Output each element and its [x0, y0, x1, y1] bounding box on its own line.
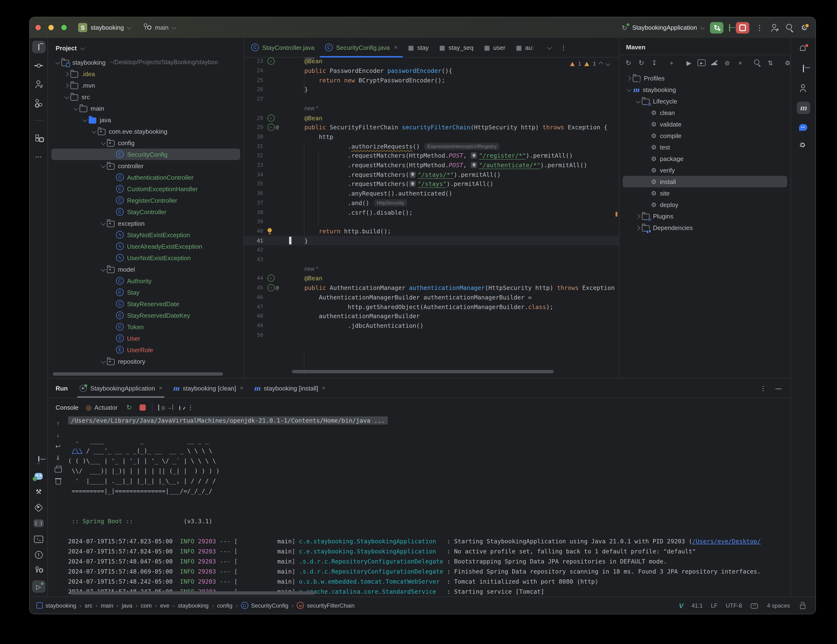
maven-tree-item[interactable]: ⚙validate — [623, 118, 787, 130]
tree-chevron[interactable] — [99, 360, 107, 363]
more-actions-button[interactable]: ⋮ — [755, 23, 764, 32]
project-tree-item[interactable]: model — [51, 264, 240, 275]
add-user-button[interactable]: + — [770, 23, 779, 32]
scrollend-icon[interactable]: ⇓ — [54, 454, 62, 461]
project-tree-item[interactable]: CCustomExceptionHandler — [51, 183, 240, 195]
project-tree-item[interactable]: CStayReservedDate — [51, 298, 240, 310]
line-number[interactable]: 46 — [244, 294, 265, 300]
tool-strip-item-more[interactable]: ⋯ — [32, 151, 45, 163]
line-number[interactable]: 32 — [244, 152, 265, 159]
updown-icon[interactable]: ⇅ — [766, 59, 775, 67]
close-tab-icon[interactable]: × — [322, 385, 325, 392]
tool-strip-item-maven[interactable]: m — [796, 102, 810, 114]
maven-tree-item[interactable]: ⚙install — [623, 176, 787, 187]
maven-tree-item[interactable]: ⚙deploy — [623, 199, 787, 210]
maven-tree-item[interactable]: mstaybooking — [623, 84, 787, 95]
kebab-icon[interactable]: ⋮ — [759, 384, 768, 392]
kebab-icon[interactable]: ⋮ — [186, 403, 195, 411]
vcs-branch-widget[interactable]: main — [143, 23, 175, 32]
tool-strip-item-people-chat[interactable] — [796, 141, 810, 153]
chevron-down-icon[interactable] — [80, 46, 85, 50]
project-tree-item[interactable]: EUserRole — [51, 344, 240, 356]
tool-strip-item-terminal[interactable]: ›_ — [32, 533, 45, 545]
spring-bean-icon[interactable]: ← — [268, 124, 275, 131]
download-icon[interactable]: ↧ — [650, 59, 659, 67]
line-number[interactable]: 23 — [244, 58, 265, 64]
maven-tree-item[interactable]: Dependencies — [623, 222, 787, 233]
breadcrumb-item[interactable]: staybooking — [36, 602, 76, 609]
project-tree-item[interactable]: com.eve.staybooking — [51, 126, 240, 137]
breadcrumb-item[interactable]: staybooking — [178, 602, 208, 609]
run-tab[interactable]: mstaybooking [install]× — [249, 379, 330, 398]
project-tree-item[interactable]: .idea — [51, 68, 240, 80]
tool-strip-item-gopher[interactable] — [32, 470, 45, 482]
tree-chevron[interactable] — [625, 76, 633, 80]
ide-services-icon[interactable]: V — [679, 601, 684, 609]
sync-icon[interactable]: ↻ — [624, 59, 633, 67]
maven-tree-item[interactable]: Lifecycle — [623, 95, 787, 107]
tool-strip-item-structure[interactable] — [32, 132, 45, 144]
line-number[interactable]: 44 — [244, 275, 265, 282]
project-tree-item[interactable]: staybooking~/Desktop/Projects/StayBookin… — [51, 57, 240, 68]
line-number[interactable]: 38 — [244, 209, 265, 215]
breadcrumb-item[interactable]: eve — [160, 602, 169, 609]
minimize-icon[interactable]: — — [774, 384, 783, 392]
status-widget-utf-8[interactable]: UTF-8 — [726, 602, 742, 609]
tree-chevron[interactable] — [99, 164, 107, 167]
line-number[interactable]: 48 — [244, 313, 265, 319]
tree-chevron[interactable] — [634, 100, 642, 103]
project-tree-item[interactable]: java — [51, 114, 240, 126]
horizontal-scrollbar[interactable] — [53, 372, 223, 376]
project-tree-item[interactable]: CUser — [51, 333, 240, 344]
rerun-icon[interactable]: ↻ — [125, 403, 133, 411]
tool-strip-item-notifications[interactable] — [796, 43, 810, 55]
tree-chevron[interactable] — [71, 107, 80, 110]
console-horizontal-scrollbar[interactable] — [70, 591, 315, 595]
plus-icon[interactable]: + — [667, 59, 676, 67]
tree-chevron[interactable] — [634, 215, 642, 218]
reload-icon[interactable]: ↻ — [637, 59, 646, 67]
rerun-button[interactable]: ↻ — [710, 22, 724, 33]
editor-tab[interactable]: CSecurityConfig.java× — [320, 38, 403, 57]
settings-plain-icon[interactable]: ⚙ — [783, 59, 791, 67]
line-number[interactable]: 25 — [244, 77, 265, 83]
editor-horizontal-scrollbar[interactable] — [292, 370, 554, 373]
tab-actuator[interactable]: ◎ Actuator — [85, 403, 117, 411]
breadcrumb-item[interactable]: src — [85, 602, 92, 609]
tool-strip-item-commit[interactable] — [32, 59, 45, 72]
maven-tree-item[interactable]: ⚙site — [623, 187, 787, 199]
project-tree-item[interactable]: CRegisterController — [51, 195, 240, 206]
line-number[interactable]: 40 — [244, 228, 265, 234]
tree-chevron[interactable] — [625, 88, 633, 91]
run-configuration-selector[interactable]: ↻ StaybookingApplication — [620, 23, 704, 32]
inspection-widget[interactable]: 1 1 — [570, 61, 609, 67]
status-widget-4-spaces[interactable]: 4 spaces — [767, 602, 790, 609]
maven-tree-item[interactable]: ⚙package — [623, 153, 787, 164]
console-link[interactable]: /\\ — [72, 447, 82, 454]
editor-tab[interactable]: ▦stay_seq — [434, 38, 479, 57]
spring-bean-icon[interactable]: ← — [268, 275, 275, 282]
project-widget[interactable]: S staybooking — [78, 23, 131, 32]
up-icon[interactable]: ↑ — [54, 419, 62, 427]
spring-bean-icon[interactable]: ← — [268, 58, 275, 65]
close-tab-icon[interactable]: × — [394, 44, 397, 51]
project-tree-item[interactable]: CAuthority — [51, 275, 240, 287]
line-number[interactable]: 43 — [244, 256, 265, 262]
maven-tree-item[interactable]: ⚙clean — [623, 107, 787, 118]
tool-strip-item-build[interactable]: ⚒ — [32, 485, 45, 498]
tool-strip-item-database[interactable] — [796, 62, 810, 75]
line-number[interactable]: 28 — [244, 115, 265, 121]
project-tree-item[interactable]: repository — [51, 356, 240, 367]
tool-strip-item-branch[interactable] — [32, 564, 45, 577]
line-number[interactable]: 45 — [244, 285, 265, 291]
editor-tab[interactable]: CStayController.java — [246, 38, 320, 57]
line-number[interactable]: 41 — [244, 238, 265, 244]
close-tab-icon[interactable]: × — [240, 385, 243, 392]
line-number[interactable]: 37 — [244, 200, 265, 206]
tab-console[interactable]: Console — [56, 404, 79, 411]
robot-icon[interactable] — [750, 601, 759, 610]
project-tree-item[interactable]: CStayReservedDateKey — [51, 310, 240, 321]
breadcrumb-item[interactable]: com — [141, 602, 152, 609]
project-tree-item[interactable]: ϟUserNotExistException — [51, 252, 240, 264]
tree-chevron[interactable] — [99, 221, 107, 225]
